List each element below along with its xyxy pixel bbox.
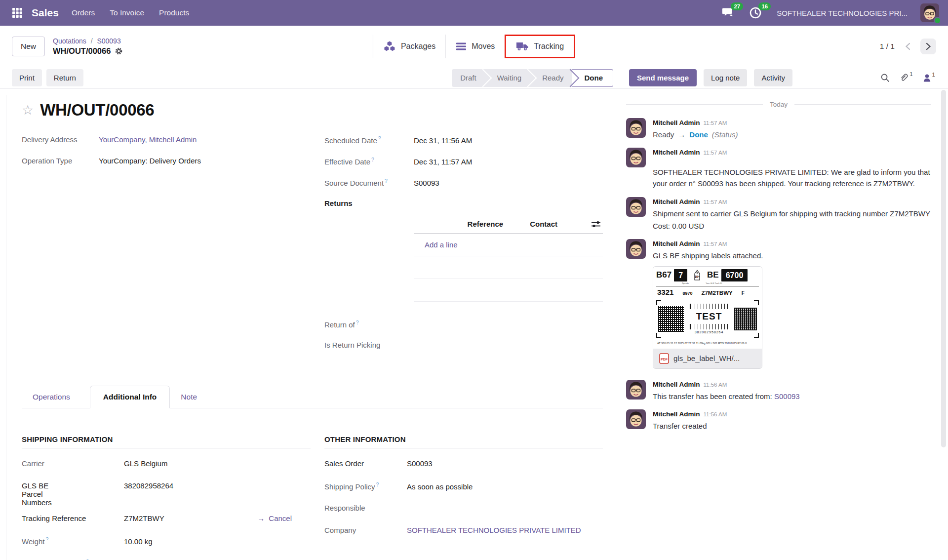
delivery-address-label: Delivery Address <box>22 135 99 144</box>
source-document-value[interactable]: S00093 <box>414 179 439 187</box>
sales-order-value[interactable]: S00093 <box>407 459 433 468</box>
message-text: GLS BE shipping labels attached. <box>653 250 763 261</box>
company-value[interactable]: SOFTHEALER TECHNOLOGIES PRIVATE LIMITED <box>407 526 581 534</box>
search-messages-icon[interactable] <box>880 73 890 82</box>
tab-operations[interactable]: Operations <box>22 386 81 408</box>
shipping-information-heading: SHIPPING INFORMATION <box>22 435 311 448</box>
follower-count: 1 <box>932 72 935 78</box>
breadcrumb-s00093[interactable]: S00093 <box>97 37 120 45</box>
pager-previous-icon[interactable] <box>900 39 915 54</box>
nav-item-orders[interactable]: Orders <box>72 8 95 17</box>
date-divider: Today <box>626 101 931 108</box>
add-a-line-link[interactable]: Add a line <box>414 234 603 256</box>
tab-note[interactable]: Note <box>170 386 208 408</box>
delivery-address-value[interactable]: YourCompany, Mitchell Admin <box>99 135 197 144</box>
message-author[interactable]: Mitchell Admin <box>653 118 700 128</box>
log-note-button[interactable]: Log note <box>704 69 747 86</box>
return-button[interactable]: Return <box>46 69 83 86</box>
message-avatar <box>626 148 646 167</box>
message-author[interactable]: Mitchell Admin <box>653 239 700 249</box>
help-marker: ? <box>378 135 381 141</box>
attachments-icon[interactable]: 1 <box>900 73 912 82</box>
scrollbar-thumb[interactable] <box>941 90 946 447</box>
responsible-label: Responsible <box>324 504 407 512</box>
action-bar: Print Return Draft Waiting Ready Done Se… <box>0 67 948 89</box>
pager: 1 / 1 <box>880 39 936 54</box>
packages-cubes-icon <box>383 40 396 52</box>
weight-value[interactable]: 10.00 kg <box>124 537 153 546</box>
online-status-dot <box>934 17 941 24</box>
send-message-button[interactable]: Send message <box>629 69 697 86</box>
page: Sales Orders To Invoice Products 27 16 S… <box>0 0 948 560</box>
help-marker: ? <box>371 157 374 162</box>
favorite-star-icon[interactable]: ☆ <box>22 104 34 117</box>
cancel-shipment-link[interactable]: → Cancel <box>257 514 292 522</box>
label-barcode <box>689 324 729 329</box>
scheduled-date-label: Scheduled Date? <box>324 135 414 145</box>
message-author[interactable]: Mitchell Admin <box>653 409 700 419</box>
gear-icon[interactable] <box>115 47 123 55</box>
status-step-draft[interactable]: Draft <box>452 69 485 87</box>
returns-table: Reference Contact Add a line <box>414 217 603 302</box>
help-marker: ? <box>45 536 48 542</box>
message-time: 11:57 AM <box>704 149 727 157</box>
table-options-icon[interactable] <box>591 220 601 228</box>
app-name[interactable]: Sales <box>32 7 59 19</box>
notebook-tabs: Operations Additional Info Note <box>22 385 603 408</box>
print-button[interactable]: Print <box>12 69 42 86</box>
new-button[interactable]: New <box>12 37 45 56</box>
control-panel: New Quotations / S00093 WH/OUT/00066 <box>0 26 948 67</box>
effective-date-value[interactable]: Dec 31, 11:57 AM <box>414 158 472 166</box>
carrier-value[interactable]: GLS Belgium <box>124 459 167 468</box>
tracking-truck-icon <box>516 41 529 51</box>
packages-label: Packages <box>401 42 435 51</box>
activity-button[interactable]: Activity <box>754 69 792 86</box>
pager-next-icon[interactable] <box>920 39 936 54</box>
tab-additional-info[interactable]: Additional Info <box>90 386 170 408</box>
user-avatar[interactable] <box>920 3 939 22</box>
company-switcher[interactable]: SOFTHEALER TECHNOLOGIES PRI... <box>777 9 908 17</box>
tracking-reference-label: Tracking Reference <box>22 514 124 522</box>
message-author[interactable]: Mitchell Admin <box>653 148 700 158</box>
label-barcode-number: 382082958264 <box>687 330 731 335</box>
returns-empty-row <box>414 256 603 279</box>
label-qr-code <box>658 306 684 332</box>
message-author[interactable]: Mitchell Admin <box>653 380 700 390</box>
returns-column-reference[interactable]: Reference <box>468 220 504 228</box>
attachment-chip[interactable]: PDF gls_be_label_WH/... <box>653 349 762 368</box>
label-barcode <box>689 304 729 309</box>
message: Mitchell Admin 11:57 AM SOFTHEALER TECHN… <box>626 148 931 189</box>
nav-item-products[interactable]: Products <box>159 8 189 17</box>
tracking-change-line: Ready→Done(Status) <box>653 129 738 140</box>
messages-icon[interactable]: 27 <box>721 6 736 19</box>
returns-column-contact[interactable]: Contact <box>530 220 557 228</box>
pager-value[interactable]: 1 / 1 <box>880 42 895 51</box>
parcel-numbers-label: GLS BE Parcel Numbers <box>22 481 96 507</box>
shipping-label-attachment[interactable]: B67 7 10+ BE 6700 <box>653 266 762 369</box>
label-route: 3321 <box>657 287 673 298</box>
followers-icon[interactable]: 1 <box>923 74 935 82</box>
message-author[interactable]: Mitchell Admin <box>653 197 700 207</box>
apps-grid-icon[interactable] <box>9 4 26 21</box>
moves-button[interactable]: Moves <box>445 35 505 58</box>
message-cost-line: Cost: 0.00 USD <box>653 221 930 232</box>
parcel-numbers-value[interactable]: 382082958264 <box>124 481 173 490</box>
tracking-reference-value[interactable]: Z7M2TBWY <box>124 514 164 522</box>
breadcrumb-quotations[interactable]: Quotations <box>53 37 86 45</box>
scheduled-date-value[interactable]: Dec 31, 11:56 AM <box>414 136 472 145</box>
carrier-label: Carrier <box>22 459 124 468</box>
label-zone: 7 <box>674 269 687 281</box>
help-marker: ? <box>385 178 388 184</box>
activities-clock-icon[interactable]: 16 <box>749 6 764 19</box>
source-order-link[interactable]: S00093 <box>774 392 800 400</box>
messages-count-badge: 27 <box>731 2 743 10</box>
packages-button[interactable]: Packages <box>373 35 445 58</box>
label-footer-text: AT 360 03 31.12.2025 07:27:32 11.00kg 00… <box>656 340 759 348</box>
label-test-text: TEST <box>687 310 731 323</box>
tracking-button[interactable]: Tracking <box>506 36 574 57</box>
form-sheet: ☆ WH/OUT/00066 Delivery Address YourComp… <box>0 89 613 560</box>
svg-text:PDF: PDF <box>661 358 668 361</box>
nav-item-to-invoice[interactable]: To Invoice <box>110 8 144 17</box>
shipping-policy-value[interactable]: As soon as possible <box>407 482 473 491</box>
operation-type-value[interactable]: YourCompany: Delivery Orders <box>99 157 201 165</box>
